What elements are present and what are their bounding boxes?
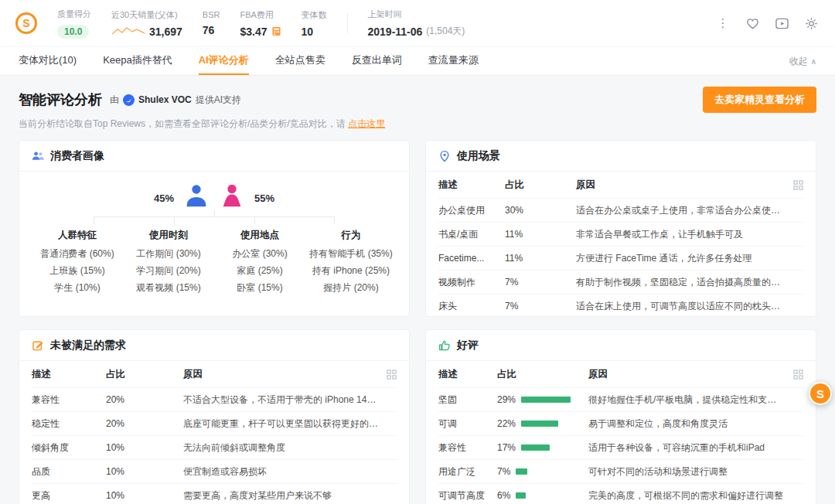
fba-fee-value: $3.47 — [240, 26, 267, 38]
group-item: 观看视频 (15%) — [123, 279, 214, 296]
group-title: 行为 — [305, 229, 397, 242]
table-header: 描述 占比 原因 — [32, 361, 397, 387]
sales-sparkline-icon — [111, 26, 145, 37]
grid-view-icon[interactable] — [793, 369, 803, 380]
table-row: 办公桌使用30%适合在办公桌或桌子上使用，非常适合办公桌使用，减少杂乱 — [438, 198, 803, 222]
table-row: 坚固29%很好地握住手机/平板电脑，提供稳定性和支撑，耐用，质量好 — [438, 387, 803, 411]
group-item: 工作期间 (30%) — [123, 245, 214, 262]
card-title: 未被满足的需求 — [50, 339, 126, 352]
floating-assistant-button[interactable]: S — [809, 382, 832, 405]
group-item: 上班族 (15%) — [32, 262, 123, 279]
table-row: 视频制作7%有助于制作视频，坚固稳定，适合拍摄高质量的照片或视频 — [438, 270, 803, 294]
variant-count-value: 10 — [302, 26, 327, 38]
quality-score-badge: 10.0 — [57, 25, 89, 39]
table-row: 稳定性20%底座可能更重，杆子可以更坚固以获得更好的稳定性，在圆形表面... — [32, 411, 397, 435]
edit-pencil-icon — [32, 339, 44, 352]
grid-view-icon[interactable] — [387, 369, 397, 380]
cards-grid: 消费者画像 45% 55% 人群特征 普通消费者 (60%) 上班族 (15%) — [19, 140, 816, 504]
table-row: Facetime...11%方便进行 FaceTime 通话，允许多任务处理 — [438, 246, 803, 270]
card-usage-scenarios: 使用场景 描述 占比 原因 办公桌使用30%适合在办公桌或桌子上使用，非常适合办… — [425, 140, 816, 317]
group-item: 卧室 (15%) — [214, 279, 305, 296]
card-positive-reviews: 好评 描述 占比 原因 坚固29%很好地握住手机/平板电脑，提供稳定性和支撑，耐… — [425, 329, 816, 504]
col-pct: 占比 — [505, 179, 576, 192]
group-item: 持有智能手机 (35%) — [305, 245, 397, 262]
group-item: 握持片 (20%) — [305, 279, 397, 296]
listed-days-value: (1,504天) — [426, 25, 465, 38]
gear-icon[interactable] — [803, 15, 820, 32]
video-play-icon[interactable] — [773, 15, 790, 32]
col-desc: 描述 — [32, 368, 106, 381]
portrait-group-usage-place: 使用地点 办公室 (30%) 家庭 (25%) 卧室 (15%) — [214, 229, 305, 296]
click-here-link[interactable]: 点击这里 — [348, 118, 385, 129]
group-item: 家庭 (25%) — [214, 262, 305, 279]
grid-view-icon[interactable] — [793, 180, 803, 190]
pct-bar — [516, 492, 526, 499]
portrait-group-behavior: 行为 持有智能手机 (35%) 持有 iPhone (25%) 握持片 (20%… — [305, 229, 397, 296]
table-row: 兼容性20%不适合大型设备，不适用于带壳的 iPhone 14 Pro，底板无法… — [32, 387, 397, 411]
divider — [347, 13, 348, 33]
bsr-value: 76 — [203, 24, 220, 36]
page-title: 智能评论分析 — [19, 90, 102, 109]
metric-quality-score: 质量得分 10.0 — [57, 9, 91, 39]
pct-bar — [521, 421, 558, 427]
male-percentage: 45% — [154, 192, 174, 209]
powered-brand-link[interactable]: Shulex VOC — [138, 94, 192, 105]
listed-date-value: 2019-11-06 — [368, 26, 423, 38]
collapse-toggle[interactable]: 收起 ∧ — [789, 47, 816, 75]
group-title: 使用时刻 — [123, 229, 214, 242]
group-title: 人群特征 — [32, 229, 123, 242]
metric-label: 变体数 — [302, 9, 327, 21]
sellersprite-logo: S — [15, 12, 37, 34]
main-content: 智能评论分析 由 Shulex VOC 提供AI支持 去卖家精灵查看分析 当前分… — [0, 76, 835, 504]
group-item: 普通消费者 (60%) — [32, 245, 123, 262]
connector-tree — [53, 210, 375, 226]
col-pct: 占比 — [497, 368, 588, 381]
note-text: 当前分析结论取自Top Reviews，如需查看全部评论分析/品类分析/竞品对比… — [19, 118, 346, 129]
metric-label: FBA费用 — [240, 9, 281, 21]
view-analysis-button[interactable]: 去卖家精灵查看分析 — [703, 87, 816, 113]
card-unmet-needs: 未被满足的需求 描述 占比 原因 兼容性20%不适合大型设备，不适用于带壳的 i… — [19, 329, 410, 504]
tab-global-sites[interactable]: 全站点售卖 — [275, 47, 325, 75]
metric-listed-date: 上架时间 2019-11-06 (1,504天) — [368, 9, 465, 38]
chevron-up-icon: ∧ — [811, 57, 816, 66]
tab-keepa-alternative[interactable]: Keepa插件替代 — [103, 47, 172, 75]
table-row: 倾斜角度10%无法向前倾斜或调整角度 — [32, 435, 397, 459]
metric-sales-30d: 近30天销量(父体) 31,697 — [111, 9, 182, 38]
metric-bsr: BSR 76 — [203, 10, 220, 36]
tab-variant-compare[interactable]: 变体对比(10) — [19, 47, 77, 75]
favorite-heart-icon[interactable] — [744, 15, 761, 32]
people-icon — [32, 150, 44, 162]
male-person-icon — [183, 182, 210, 209]
table-row: 用途广泛7%可针对不同的活动和场景进行调整 — [438, 459, 803, 483]
col-reason: 原因 — [576, 179, 789, 192]
powered-prefix: 由 — [110, 94, 119, 107]
card-title: 使用场景 — [457, 149, 500, 163]
top-metrics-bar: S 质量得分 10.0 近30天销量(父体) 31,697 BSR 76 FBA… — [0, 0, 835, 46]
table-row: 书桌/桌面11%非常适合早餐或工作桌，让手机触手可及 — [438, 222, 803, 246]
metric-label: 近30天销量(父体) — [111, 9, 182, 21]
tab-traffic-source[interactable]: 查流量来源 — [428, 47, 479, 75]
more-icon[interactable]: ⋮ — [714, 15, 731, 32]
female-person-icon — [219, 182, 245, 209]
pct-bar — [516, 468, 527, 475]
table-row: 兼容性17%适用于各种设备，可容纳沉重的手机和iPad — [438, 435, 803, 459]
metric-label: BSR — [203, 10, 220, 19]
group-item: 持有 iPhone (25%) — [305, 262, 397, 279]
card-title: 消费者画像 — [50, 149, 104, 163]
sales-value: 31,697 — [149, 26, 182, 38]
tab-ai-review-analysis[interactable]: AI评论分析 — [199, 47, 249, 75]
pct-bar — [521, 444, 550, 451]
powered-by: 由 Shulex VOC 提供AI支持 — [110, 94, 241, 107]
topbar-actions: ⋮ — [714, 15, 820, 32]
thumbs-up-icon — [438, 339, 451, 352]
card-title: 好评 — [457, 339, 479, 352]
group-title: 使用地点 — [214, 229, 305, 242]
calculator-icon[interactable] — [271, 26, 281, 36]
group-item: 学习期间 (20%) — [123, 262, 214, 279]
table-header: 描述 占比 原因 — [438, 361, 803, 387]
portrait-group-demographics: 人群特征 普通消费者 (60%) 上班族 (15%) 学生 (10%) — [32, 229, 123, 296]
location-pin-icon — [438, 150, 451, 162]
analysis-note: 当前分析结论取自Top Reviews，如需查看全部评论分析/品类分析/竞品对比… — [19, 117, 816, 131]
metric-label: 上架时间 — [368, 9, 465, 20]
tab-reverse-keywords[interactable]: 反查出单词 — [352, 47, 402, 75]
